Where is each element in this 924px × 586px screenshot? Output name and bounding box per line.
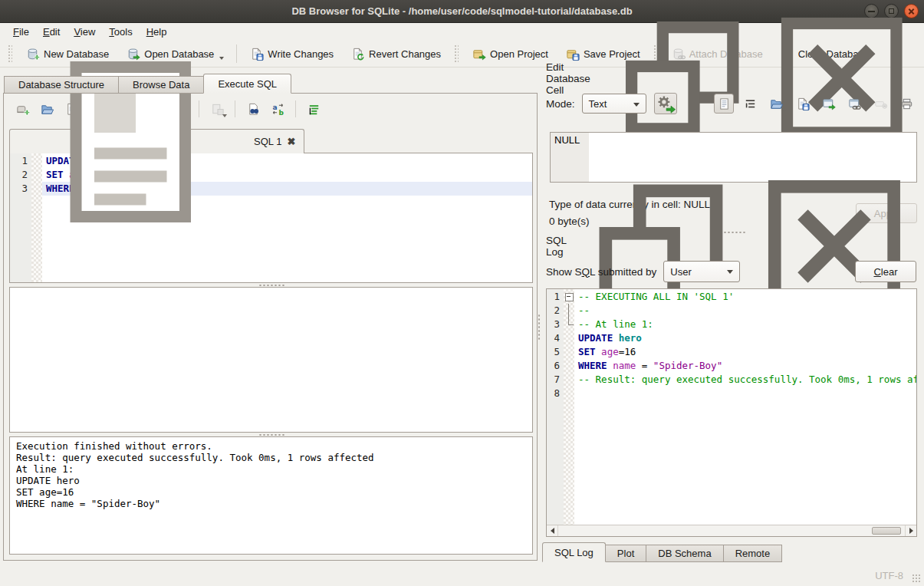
tab-database-structure[interactable]: Database Structure xyxy=(4,76,119,94)
sql-tab-label: SQL 1 xyxy=(254,136,281,147)
mode-label: Mode: xyxy=(546,98,575,110)
link-window-icon xyxy=(847,97,862,111)
code-text: -- xyxy=(574,304,916,318)
fold-margin-cell xyxy=(564,331,574,345)
clear-log-button[interactable]: Clear xyxy=(855,261,916,282)
edit-cell-title: Edit Database Cell xyxy=(546,61,604,96)
tab-close-icon[interactable]: ✖ xyxy=(287,137,295,146)
sql-document-tab[interactable]: SQL 1 ✖ xyxy=(9,129,304,153)
sql-log-title: SQL Log xyxy=(546,235,576,258)
line-number: 5 xyxy=(547,345,564,359)
document-icon xyxy=(18,27,248,257)
auto-apply-button[interactable] xyxy=(654,93,677,114)
encoding-status: UTF-8 xyxy=(875,570,903,581)
main-tab-bar: Database StructureBrowse DataExecute SQL xyxy=(4,74,291,94)
tab-browse-data[interactable]: Browse Data xyxy=(118,76,204,94)
horizontal-scrollbar[interactable] xyxy=(547,525,916,536)
resize-grip[interactable] xyxy=(912,574,922,584)
scroll-left-icon[interactable] xyxy=(547,525,558,536)
code-line: 3-- At line 1: xyxy=(547,318,916,331)
fold-margin-cell xyxy=(564,345,574,359)
code-line: 6WHERE name = "Spider-Boy" xyxy=(547,359,916,373)
set-null-icon xyxy=(873,97,888,111)
svg-text:b: b xyxy=(278,109,284,117)
fold-marker-icon xyxy=(564,304,574,318)
code-text: UPDATE hero xyxy=(574,331,916,345)
mode-select[interactable]: Text xyxy=(582,94,646,114)
fold-marker-icon xyxy=(564,318,574,331)
tab-db-schema[interactable]: DB Schema xyxy=(646,545,723,562)
cell-editor-toolbar xyxy=(714,94,916,114)
gear-icon xyxy=(655,93,676,114)
execute-sql-panel: ab SQL 1 ✖ 1UPDATE hero2SET age=163WHERE… xyxy=(3,93,538,561)
tab-execute-sql[interactable]: Execute SQL xyxy=(203,74,291,94)
revert-changes-button[interactable]: Revert Changes xyxy=(344,44,447,64)
project-open-icon xyxy=(472,47,486,61)
log-filter-label: Show SQL submitted by xyxy=(546,266,656,278)
link-window-button[interactable] xyxy=(844,94,864,114)
format-button[interactable] xyxy=(304,99,323,119)
import-file-icon xyxy=(769,97,784,111)
line-number: 3 xyxy=(547,318,564,331)
edit-cell-header: Edit Database Cell xyxy=(546,71,919,85)
replace-button[interactable]: ab xyxy=(268,99,287,119)
window-title: DB Browser for SQLite - /home/user/code/… xyxy=(291,5,632,17)
replace-icon: ab xyxy=(271,102,285,117)
scrollbar-thumb[interactable] xyxy=(872,527,901,535)
toolbar-drag-handle[interactable] xyxy=(8,44,12,63)
code-line: 8 xyxy=(547,387,916,400)
results-grid[interactable] xyxy=(9,287,533,433)
export-window-button[interactable] xyxy=(818,94,838,114)
text-mode-button[interactable] xyxy=(714,94,734,114)
code-text: -- EXECUTING ALL IN 'SQL 1' xyxy=(574,290,916,304)
format-icon xyxy=(307,102,321,117)
text-mode-icon xyxy=(717,97,732,111)
fold-marker-icon[interactable] xyxy=(564,290,574,304)
code-text: -- At line 1: xyxy=(574,318,916,331)
word-wrap-icon xyxy=(743,97,758,111)
code-line: 7-- Result: query executed successfully.… xyxy=(547,373,916,387)
scroll-right-icon[interactable] xyxy=(905,525,916,536)
line-number: 2 xyxy=(547,304,564,318)
fold-margin-cell xyxy=(564,387,574,400)
line-number: 4 xyxy=(547,331,564,345)
code-line: 1-- EXECUTING ALL IN 'SQL 1' xyxy=(547,290,916,304)
line-number: 1 xyxy=(547,290,564,304)
set-null-button xyxy=(870,94,890,114)
word-wrap-button[interactable] xyxy=(740,94,760,114)
dropdown-caret-icon xyxy=(782,109,787,112)
code-line: 2-- xyxy=(547,304,916,318)
log-filter-row: Show SQL submitted by User Clear xyxy=(546,259,916,284)
code-text xyxy=(574,387,916,400)
write-changes-button[interactable]: Write Changes xyxy=(243,44,340,64)
sql-log-view[interactable]: 1-- EXECUTING ALL IN 'SQL 1'2--3-- At li… xyxy=(546,288,917,537)
toolbar-button-label: Revert Changes xyxy=(369,48,441,60)
line-number: 7 xyxy=(547,373,564,387)
svg-text:a: a xyxy=(272,103,277,110)
tab-sql-log[interactable]: SQL Log xyxy=(542,542,606,562)
project-save-icon xyxy=(565,47,580,61)
app-window: DB Browser for SQLite - /home/user/code/… xyxy=(0,0,924,586)
scrollbar-track[interactable] xyxy=(558,525,905,536)
fold-margin-cell xyxy=(564,359,574,373)
dock-tab-bar: SQL LogPlotDB SchemaRemote xyxy=(542,542,781,562)
cell-mode-row: Mode: Text xyxy=(546,92,916,115)
print-icon xyxy=(899,97,914,111)
tab-plot[interactable]: Plot xyxy=(605,545,646,562)
fold-margin-cell xyxy=(564,373,574,387)
log-filter-select[interactable]: User xyxy=(663,261,740,282)
toolbar-button-label: Write Changes xyxy=(268,48,334,60)
print-button[interactable] xyxy=(896,94,916,114)
code-line: 5SET age=16 xyxy=(547,345,916,359)
line-number: 6 xyxy=(547,359,564,373)
open-project-button[interactable]: Open Project xyxy=(465,44,554,64)
revert-changes-icon xyxy=(350,47,365,61)
right-dock: Edit Database Cell Mode: Text NULL Type … xyxy=(541,67,924,565)
sql-log-header: SQL Log xyxy=(546,239,919,253)
log-code: 1-- EXECUTING ALL IN 'SQL 1'2--3-- At li… xyxy=(547,290,916,400)
write-changes-icon xyxy=(249,47,264,61)
save-as-button[interactable] xyxy=(792,94,812,114)
import-file-button[interactable] xyxy=(766,94,786,114)
tab-remote[interactable]: Remote xyxy=(723,545,783,562)
toolbar-drag-handle[interactable] xyxy=(454,44,459,63)
